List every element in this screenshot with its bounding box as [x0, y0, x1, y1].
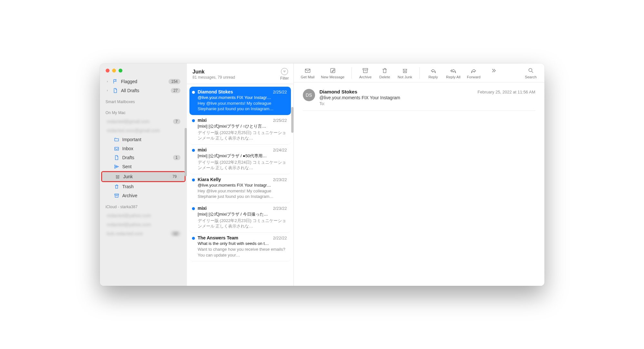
mail-window: › Flagged 154 › All Drafts 27 Smart Mail…	[100, 63, 544, 286]
sidebar-item-sent[interactable]: Sent	[101, 162, 186, 171]
sidebar-item-all-drafts[interactable]: › All Drafts 27	[101, 86, 186, 95]
unread-dot-icon	[192, 207, 195, 210]
message-subject: [mixi] [公式]mixiプラザ / ○ひとり言…	[198, 123, 287, 129]
sidebar-item-important[interactable]: Important	[101, 135, 186, 144]
not-junk-icon	[402, 67, 408, 74]
message-sender: mixi	[198, 147, 207, 152]
forward-icon	[470, 67, 477, 74]
chevrons-right-icon	[490, 67, 497, 74]
message-date: 2/25/22	[273, 118, 287, 123]
count-badge: 7	[173, 119, 180, 124]
sidebar-item-trash[interactable]: Trash	[101, 182, 186, 191]
message-preview: デイリー版 (2022年2月24日) コミュニケーションメール 正しく表示されな…	[198, 160, 287, 171]
sidebar-header-icloud: iCloud - starka387	[100, 200, 187, 211]
sidebar-item-flagged[interactable]: › Flagged 154	[101, 77, 186, 86]
sidebar-item-label: Archive	[122, 193, 180, 198]
minimize-button[interactable]	[112, 69, 116, 73]
document-icon	[113, 155, 120, 160]
message-sender: mixi	[198, 206, 207, 211]
scrollbar[interactable]	[185, 128, 187, 176]
message-date: 2/22/22	[273, 236, 287, 240]
tool-label: Get Mail	[301, 75, 315, 79]
sidebar: › Flagged 154 › All Drafts 27 Smart Mail…	[100, 63, 187, 286]
message-sender: mixi	[198, 118, 207, 123]
message-date: 2/23/22	[273, 206, 287, 211]
reply-all-button[interactable]: Reply All	[446, 67, 461, 79]
maximize-button[interactable]	[119, 69, 122, 73]
count-badge: 79	[170, 174, 179, 179]
count-badge: 1	[173, 155, 180, 160]
sidebar-item-label: Trash	[122, 184, 180, 189]
tool-label: Archive	[359, 75, 371, 79]
mailbox-title: Junk	[193, 69, 280, 75]
message-item[interactable]: mixi2/24/22[mixi] [公式]mixiプラザ / ●50代専用…デ…	[189, 145, 291, 174]
message-item[interactable]: Kiara Kelly2/23/22@live.your.moments FIX…	[189, 174, 291, 203]
sidebar-item-label: Sent	[122, 164, 180, 169]
close-button[interactable]	[106, 69, 110, 73]
message-preview: デイリー版 (2022年2月23日) コミュニケーションメール 正しく表示されな…	[198, 218, 287, 229]
message-preview: Want to change how you receive these ema…	[198, 247, 287, 258]
trash-icon	[113, 184, 120, 189]
sidebar-item-account[interactable]: redacted@gmail.com 7	[101, 117, 186, 126]
message-subject: @live.your.moments FIX Your Instagr…	[198, 183, 287, 188]
sidebar-item-archive[interactable]: Archive	[101, 191, 186, 200]
archive-button[interactable]: Archive	[359, 67, 372, 79]
reply-all-icon	[450, 67, 457, 74]
svg-rect-0	[305, 69, 310, 73]
toolbar-separator	[351, 67, 352, 79]
compose-icon	[330, 67, 336, 74]
count-badge: 154	[168, 79, 180, 84]
filter-button[interactable]: Filter	[280, 68, 289, 81]
message-sender: Diamond Stokes	[198, 89, 233, 94]
sidebar-item-account[interactable]: redacted.xxxx@gmail.com	[101, 126, 186, 135]
avatar: DS	[303, 89, 315, 101]
message-subject: @live.your.moments FIX Your Instagram	[320, 95, 535, 100]
more-button[interactable]	[487, 67, 500, 79]
tool-label: New Message	[321, 75, 344, 79]
archive-icon	[362, 67, 369, 74]
reply-icon	[430, 67, 437, 74]
sidebar-item-label: Junk	[123, 174, 170, 179]
sidebar-header-smart: Smart Mailboxes	[100, 95, 187, 106]
message-item[interactable]: The Answers Team2/22/22What is the only …	[189, 233, 291, 261]
not-junk-button[interactable]: Not Junk	[398, 67, 412, 79]
tool-label: Reply All	[446, 75, 461, 79]
toolbar-separator	[419, 67, 420, 79]
message-date: 2/24/22	[273, 148, 287, 152]
message-subject: [mixi] [公式]mixiプラザ / 今日撮った…	[198, 211, 287, 217]
sidebar-item-label: redacted.xxxx@gmail.com	[107, 128, 180, 133]
sidebar-item-drafts[interactable]: Drafts 1	[101, 153, 186, 162]
main-pane: Get Mail New Message Archive Delete Not …	[294, 63, 544, 286]
sidebar-item-label: redacted@yahoo.com	[107, 222, 180, 227]
filter-icon	[281, 68, 288, 75]
message-item[interactable]: mixi2/25/22[mixi] [公式]mixiプラザ / ○ひとり言…デイ…	[189, 115, 291, 145]
sidebar-item-label: Inbox	[122, 146, 180, 151]
sidebar-item-label: Flagged	[121, 79, 169, 84]
unread-dot-icon	[192, 91, 195, 94]
unread-dot-icon	[192, 179, 195, 181]
message-date: 2/25/22	[273, 90, 287, 94]
sidebar-item-account[interactable]: redacted@yahoo.com	[101, 220, 186, 229]
sidebar-item-account[interactable]: redacted@yahoo.com	[101, 211, 186, 220]
unread-dot-icon	[192, 149, 195, 152]
count-badge: 27	[171, 88, 180, 93]
tool-label: Forward	[467, 75, 480, 79]
forward-button[interactable]: Forward	[467, 67, 480, 79]
message-preview: Hey @live.your.moments! My colleague Ste…	[198, 101, 287, 112]
search-icon	[528, 67, 534, 74]
sidebar-item-inbox[interactable]: Inbox	[101, 144, 186, 153]
new-message-button[interactable]: New Message	[321, 67, 344, 79]
message-item[interactable]: Diamond Stokes2/25/22@live.your.moments …	[189, 87, 291, 115]
sidebar-item-account[interactable]: bob.redacted.com 12	[101, 229, 186, 238]
get-mail-button[interactable]: Get Mail	[301, 67, 315, 79]
message-item[interactable]: mixi2/23/22[mixi] [公式]mixiプラザ / 今日撮った…デイ…	[189, 203, 291, 233]
count-badge: 12	[171, 231, 180, 236]
delete-button[interactable]: Delete	[378, 67, 391, 79]
sidebar-item-junk[interactable]: Junk 79	[102, 172, 185, 181]
message-date: 2/23/22	[273, 177, 287, 182]
search-button[interactable]: Search	[524, 67, 537, 79]
folder-icon	[113, 137, 120, 142]
reply-button[interactable]: Reply	[427, 67, 440, 79]
tool-label: Reply	[428, 75, 438, 79]
scrollbar[interactable]	[291, 107, 293, 133]
